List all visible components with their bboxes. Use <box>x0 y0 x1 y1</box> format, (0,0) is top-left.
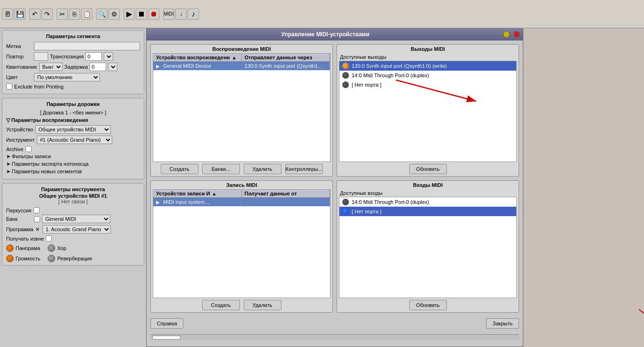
toolbar-midi2[interactable]: ♩ <box>175 8 187 20</box>
chorus-knob[interactable] <box>48 244 55 252</box>
controllers-btn[interactable]: Контроллеры... <box>285 164 323 174</box>
output-item-1[interactable]: 130:0 Synth input port (Qsynth1:0) (writ… <box>339 61 516 71</box>
record-delete-btn[interactable]: Удалить <box>244 300 281 310</box>
hscroll-thumb[interactable] <box>152 336 181 339</box>
toolbar-midi1[interactable]: MIDI <box>163 8 174 20</box>
metka-label: Метка <box>6 43 32 49</box>
record-col2: Получает данные от <box>242 190 330 197</box>
bank-checkbox[interactable] <box>34 216 40 222</box>
poluchat-row: Получать извне <box>6 235 140 242</box>
kvantvanie-select[interactable]: Выкл <box>39 63 63 71</box>
toolbar-redo[interactable]: ↷ <box>41 8 53 20</box>
inputs-refresh-btn[interactable]: Обновить <box>409 300 447 310</box>
transposiciya-input[interactable] <box>85 52 102 61</box>
banks-btn[interactable]: Банки... <box>202 164 240 174</box>
input-item-1[interactable]: 14:0 Midi Through Port-0 (duplex) <box>339 197 516 207</box>
help-btn[interactable]: Справка <box>150 318 183 329</box>
toolbar-copy[interactable]: ⎘ <box>69 8 80 20</box>
exclude-row: Exclude from Printing <box>6 83 140 89</box>
segment-params-section: Параметры сегмента Метка Повтор Транспоз… <box>2 30 144 94</box>
outputs-refresh-btn[interactable]: Обновить <box>409 164 447 174</box>
programma-label: Программа <box>6 226 33 232</box>
playback-buttons: Создать Банки... Удалить Контроллеры... <box>151 162 332 176</box>
inputs-title: Входы MIDI <box>337 181 519 189</box>
input-item-2[interactable]: [ Нет порта ] <box>339 207 516 216</box>
dialog-minimize-btn[interactable] <box>503 31 510 38</box>
ustrojstvo-row: Устройство Общее устройство MIDI <box>6 125 140 134</box>
percussion-checkbox[interactable] <box>33 207 40 213</box>
outputs-title: Выходы MIDI <box>337 45 519 53</box>
filters-link[interactable]: ➤ Фильтры записи <box>6 153 140 160</box>
outputs-list: 130:0 Synth input port (Qsynth1:0) (writ… <box>339 61 517 162</box>
output-text-3: [ Нет порта ] <box>352 82 381 88</box>
playback-table-header: Устройство воспроизведени ▲ Отправляет д… <box>153 54 330 62</box>
outputs-panel: Выходы MIDI Доступные выходы 130:0 Synth… <box>337 44 519 177</box>
toolbar-record[interactable]: ⏺ <box>148 8 159 20</box>
povtor-row: Повтор Транспозиция <box>6 52 140 61</box>
percussion-row: Перкуссия <box>6 207 140 213</box>
gromkost-knob[interactable] <box>6 255 14 262</box>
toolbar-settings[interactable]: ⚙ <box>108 8 120 20</box>
available-inputs-label: Доступные входы <box>337 189 519 197</box>
toolbar-zoom[interactable]: 🔍 <box>96 8 107 20</box>
playback-delete-btn[interactable]: Удалить <box>244 164 281 174</box>
programma-row: Программа ✕ 1. Acoustic Grand Piano <box>6 225 140 234</box>
record-row-1-col2 <box>242 198 330 206</box>
output-item-3[interactable]: [ Нет порта ] <box>339 80 516 89</box>
output-item-2[interactable]: 14:0 Midi Through Port-0 (duplex) <box>339 71 516 80</box>
playback-table-body: ▶ General MIDI Device 130:0 Synth input … <box>153 62 330 70</box>
playback-create-btn[interactable]: Создать <box>161 164 198 174</box>
knob-row: Панорама Хор <box>6 244 140 252</box>
playback-row-1-col1: ▶ General MIDI Device <box>153 62 242 70</box>
toolbar-save[interactable]: 💾 <box>14 8 25 20</box>
archive-row: Archive <box>6 146 140 152</box>
dialog-hscrollbar[interactable] <box>150 334 519 340</box>
zaderzhka-label: Задержка <box>65 64 88 70</box>
newseg-link[interactable]: ➤ Параметры новых сегментов <box>6 169 140 175</box>
zaderzhka-select[interactable] <box>108 63 117 71</box>
instrument-select[interactable]: #1 (Acoustic Grand Piano) <box>37 136 112 144</box>
segment-params-title: Параметры сегмента <box>6 33 140 39</box>
toolbar-paste[interactable]: 📋 <box>81 8 92 20</box>
playback-row-1[interactable]: ▶ General MIDI Device 130:0 Synth input … <box>153 62 330 70</box>
metka-row: Метка <box>6 42 140 50</box>
ustrojstvo-label: Устройство <box>6 127 33 132</box>
reverb-item: Реверберация <box>48 255 92 262</box>
toolbar-cut[interactable]: ✂ <box>57 8 68 20</box>
toolbar-new[interactable]: 🖹 <box>2 8 13 20</box>
dialog-close-btn[interactable] <box>513 31 520 38</box>
exclude-label: Exclude from Printing <box>14 84 64 89</box>
toolbar-undo[interactable]: ↶ <box>29 8 41 20</box>
toolbar-play[interactable]: ▶ <box>124 8 135 20</box>
bank-row: Банк General MIDI <box>6 215 140 223</box>
transposiciya-select[interactable] <box>104 52 113 61</box>
close-btn[interactable]: Закрыть <box>486 318 519 329</box>
toolbar-stop[interactable]: ⏹ <box>136 8 147 20</box>
panorama-knob[interactable] <box>6 244 14 252</box>
exclude-checkbox[interactable] <box>6 83 12 89</box>
poluchat-checkbox[interactable] <box>46 235 52 242</box>
archive-checkbox[interactable] <box>25 146 32 152</box>
ustrojstvo-select[interactable]: Общее устройство MIDI <box>35 125 111 134</box>
programma-select[interactable]: 1. Acoustic Grand Piano <box>42 225 111 234</box>
zaderzhka-input[interactable] <box>90 63 106 71</box>
kvantvanie-row: Квантование Выкл Задержка <box>6 63 140 71</box>
bank-select[interactable]: General MIDI <box>42 215 110 223</box>
dialog-title: Управление MIDI-устройствами <box>149 31 501 38</box>
track-name: [ Дорожка 1 - <без имени> ] <box>6 110 140 115</box>
dialog-bottom-bar: Справка Закрыть <box>150 316 519 331</box>
reverb-knob[interactable] <box>48 255 55 262</box>
archive-label: Archive <box>6 146 24 152</box>
toolbar-note[interactable]: ♪ <box>188 8 199 20</box>
export-link[interactable]: ➤ Параметры экспорта нотоносца <box>6 161 140 167</box>
record-create-btn[interactable]: Создать <box>202 300 240 310</box>
output-icon-1 <box>342 63 349 69</box>
input-icon-2 <box>342 208 349 215</box>
record-row-1[interactable]: ▶ MIDI input system ... <box>153 198 330 206</box>
cvet-select[interactable]: По умолчанию <box>34 73 100 81</box>
metka-input[interactable] <box>34 42 140 50</box>
povtor-input[interactable] <box>34 52 48 61</box>
dialog-titlebar: Управление MIDI-устройствами <box>147 28 523 40</box>
track-params-title: Параметры дорожки <box>6 101 140 107</box>
instrument-section: Параметры инструмента Общее устройство M… <box>2 183 144 266</box>
